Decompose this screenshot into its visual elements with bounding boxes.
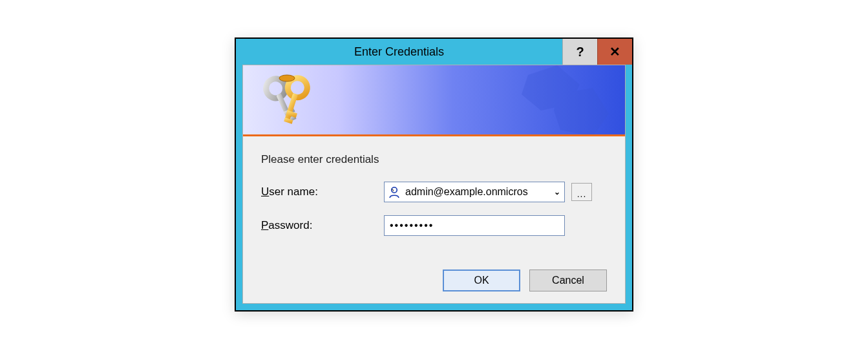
titlebar-controls: ? ✕ [562,39,632,65]
username-label-text: ser name: [269,185,318,198]
password-label-accel: P [261,219,268,231]
password-row: Password: [261,214,607,237]
username-value: admin@example.onmicros [404,186,550,198]
svg-point-11 [392,187,397,193]
close-icon: ✕ [609,44,620,59]
banner-watermark-icon [463,65,625,136]
banner [243,65,625,136]
password-input[interactable] [384,215,565,236]
dialog-body: Please enter credentials User name: [236,65,632,310]
help-icon: ? [576,45,584,59]
keys-icon [257,70,319,132]
prompt-text: Please enter credentials [261,153,607,166]
credentials-dialog: Enter Credentials ? ✕ [235,37,633,312]
browse-button[interactable]: ... [571,183,592,201]
password-label-text: assword: [268,219,312,231]
username-row: User name: admin@example.onmicros ⌄ [261,180,607,204]
form-area: Please enter credentials User name: [243,136,625,254]
close-button[interactable]: ✕ [597,39,632,65]
username-combobox[interactable]: admin@example.onmicros ⌄ [384,182,565,202]
password-label: Password: [261,219,384,232]
svg-marker-1 [554,88,609,136]
chevron-down-icon: ⌄ [550,187,564,196]
window-title: Enter Credentials [236,39,562,65]
dialog-inner: Please enter credentials User name: [242,65,626,304]
browse-label: ... [577,189,587,199]
help-button[interactable]: ? [562,39,597,65]
titlebar: Enter Credentials ? ✕ [236,39,632,65]
cancel-button[interactable]: Cancel [529,270,607,291]
username-label-accel: U [261,185,269,198]
ok-button[interactable]: OK [443,270,520,291]
username-label: User name: [261,185,384,198]
svg-point-10 [279,75,295,81]
button-row: OK Cancel [243,254,625,303]
user-icon [387,185,401,199]
